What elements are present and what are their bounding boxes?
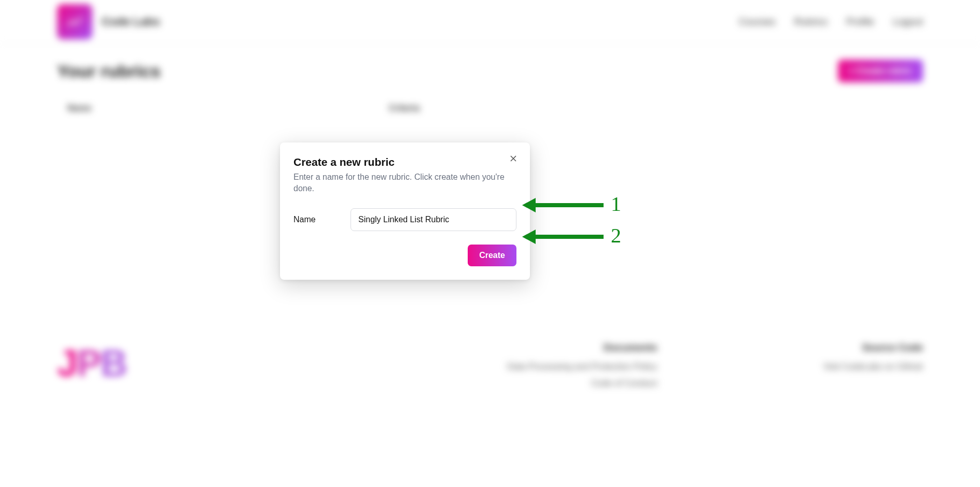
name-label: Name [293, 215, 340, 224]
create-rubric-modal: Create a new rubric Enter a name for the… [280, 142, 530, 280]
form-row-name: Name [293, 208, 516, 231]
create-button[interactable]: Create [468, 245, 516, 266]
modal-title: Create a new rubric [293, 156, 516, 168]
close-button[interactable] [506, 152, 521, 166]
name-input[interactable] [351, 208, 516, 231]
close-icon [509, 154, 517, 164]
modal-overlay: Create a new rubric Enter a name for the… [0, 0, 980, 487]
modal-description: Enter a name for the new rubric. Click c… [293, 171, 516, 195]
modal-actions: Create [293, 245, 516, 266]
